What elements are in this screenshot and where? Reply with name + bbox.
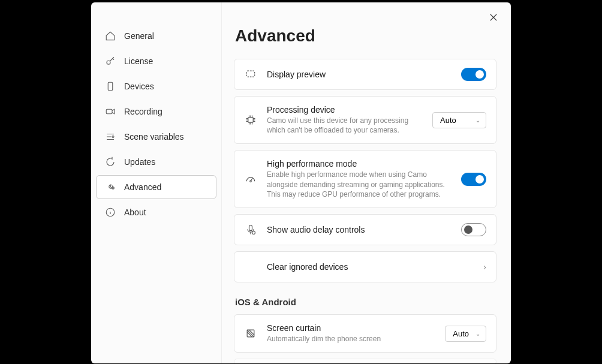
svg-rect-6	[248, 118, 253, 122]
section-heading-mobile: iOS & Android	[235, 297, 496, 307]
settings-window: General License Devices Recording Scene …	[91, 2, 511, 363]
sidebar-item-license[interactable]: License	[96, 49, 216, 73]
sidebar-label: Updates	[124, 157, 155, 167]
close-button[interactable]	[486, 10, 501, 25]
setting-title: Show audio delay controls	[267, 225, 452, 234]
sidebar-item-advanced[interactable]: Advanced	[96, 175, 216, 199]
curtain-icon	[244, 327, 257, 340]
sidebar-label: Recording	[124, 107, 162, 116]
setting-title: Processing device	[267, 105, 423, 115]
sidebar-label: About	[124, 207, 146, 217]
select-value: Auto	[453, 329, 469, 338]
setting-desc: Enable high performance mode when using …	[267, 170, 452, 199]
svg-point-0	[107, 61, 110, 64]
chevron-down-icon: ⌄	[475, 330, 480, 337]
chevron-down-icon: ⌄	[475, 117, 480, 124]
svg-point-9	[252, 231, 255, 234]
setting-processing-device: Processing device Camo will use this dev…	[234, 96, 496, 144]
setting-title: Display preview	[267, 70, 452, 79]
sidebar-item-recording[interactable]: Recording	[96, 100, 216, 124]
setting-clear-ignored[interactable]: Clear ignored devices ›	[234, 251, 496, 282]
setting-screen-curtain: Screen curtain Automatically dim the pho…	[234, 314, 496, 353]
sidebar-item-about[interactable]: About	[96, 200, 216, 224]
main-panel: Advanced Display preview Processing devi…	[222, 2, 511, 363]
chevron-right-icon: ›	[483, 262, 486, 272]
sidebar-label: Scene variables	[124, 132, 184, 142]
refresh-icon	[105, 157, 116, 167]
svg-point-3	[112, 136, 114, 138]
wrench-icon	[105, 182, 116, 192]
sidebar-label: License	[124, 56, 153, 66]
setting-title: Screen curtain	[267, 323, 435, 333]
setting-title: Clear ignored devices	[267, 262, 474, 272]
sidebar-item-devices[interactable]: Devices	[96, 74, 216, 98]
sidebar-item-scene-variables[interactable]: Scene variables	[96, 125, 216, 149]
setting-display-preview: Display preview	[234, 59, 496, 90]
setting-desc: Automatically dim the phone screen	[267, 334, 435, 344]
sidebar-item-updates[interactable]: Updates	[96, 150, 216, 174]
processing-device-select[interactable]: Auto ⌄	[432, 112, 486, 128]
select-value: Auto	[440, 116, 456, 125]
setting-title: High performance mode	[267, 159, 452, 169]
gauge-icon	[244, 173, 257, 186]
setting-audio-delay: Show audio delay controls	[234, 214, 496, 245]
setting-high-performance: High performance mode Enable high perfor…	[234, 150, 496, 208]
sidebar: General License Devices Recording Scene …	[91, 2, 222, 363]
home-icon	[105, 31, 116, 41]
page-title: Advanced	[235, 26, 496, 46]
cpu-icon	[244, 113, 257, 127]
svg-rect-8	[249, 225, 252, 230]
phone-icon	[105, 81, 116, 92]
audio-delay-toggle[interactable]	[461, 223, 486, 236]
display-icon	[244, 68, 257, 81]
sidebar-label: General	[124, 31, 154, 41]
svg-point-7	[250, 181, 252, 182]
mic-gear-icon	[244, 223, 257, 236]
info-icon	[105, 207, 116, 218]
sidebar-item-general[interactable]: General	[96, 24, 216, 48]
key-icon	[105, 56, 116, 67]
svg-rect-1	[108, 82, 113, 91]
svg-rect-5	[246, 71, 254, 77]
screen-curtain-select[interactable]: Auto ⌄	[445, 326, 486, 342]
sidebar-label: Devices	[124, 82, 154, 91]
setting-partial-next	[234, 359, 496, 363]
sidebar-label: Advanced	[124, 182, 161, 192]
variable-icon	[105, 131, 116, 142]
setting-desc: Camo will use this device for any proces…	[267, 116, 423, 135]
high-performance-toggle[interactable]	[461, 173, 486, 186]
display-preview-toggle[interactable]	[461, 68, 486, 81]
svg-rect-2	[106, 109, 112, 114]
camera-icon	[105, 106, 116, 117]
